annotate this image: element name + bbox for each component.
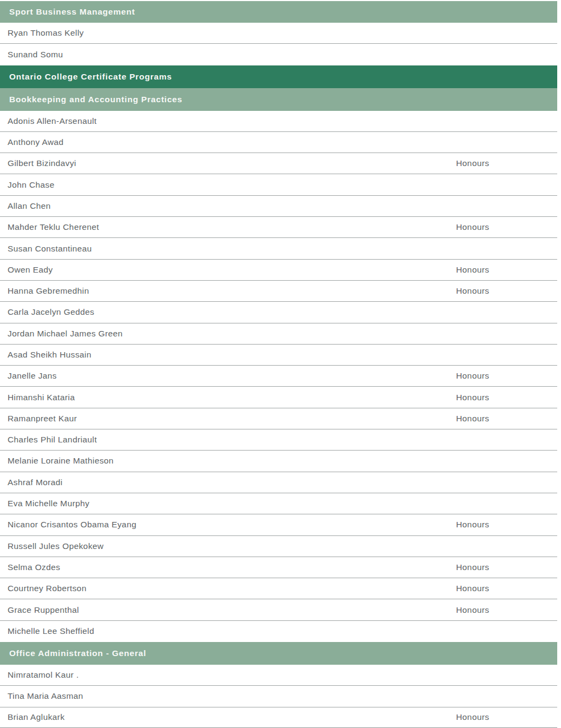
student-row: Mahder Teklu CherenetHonours [0, 217, 557, 238]
student-name: Sunand Somu [0, 50, 456, 59]
program-header: Office Administration - General [0, 642, 557, 665]
student-name: Ramanpreet Kaur [0, 414, 456, 423]
student-row: Janelle JansHonours [0, 366, 557, 387]
student-name: Russell Jules Opekokew [0, 541, 456, 551]
student-row: Allan Chen [0, 196, 557, 217]
student-row: Charles Phil Landriault [0, 429, 557, 451]
student-row: Courtney RobertsonHonours [0, 578, 557, 599]
honours-label: Honours [456, 371, 557, 381]
student-row: Michelle Lee Sheffield [0, 621, 557, 642]
student-row: Carla Jacelyn Geddes [0, 302, 557, 323]
student-name: Michelle Lee Sheffield [0, 626, 456, 636]
student-name: Adonis Allen-Arsenault [0, 116, 456, 126]
student-row: Hanna GebremedhinHonours [0, 281, 557, 302]
student-name: Susan Constantineau [0, 244, 456, 254]
student-row: Ramanpreet KaurHonours [0, 408, 557, 429]
student-row: Selma OzdesHonours [0, 557, 557, 578]
student-name: Owen Eady [0, 265, 456, 275]
student-row: Ashraf Moradi [0, 472, 557, 493]
student-name: John Chase [0, 180, 456, 190]
student-name: Nimratamol Kaur . [0, 670, 456, 680]
student-name: Charles Phil Landriault [0, 435, 456, 445]
student-row: Eva Michelle Murphy [0, 493, 557, 514]
student-name: Courtney Robertson [0, 584, 456, 593]
student-name: Anthony Awad [0, 137, 456, 147]
student-name: Ryan Thomas Kelly [0, 28, 456, 38]
honours-label: Honours [456, 265, 557, 275]
student-row: Himanshi KatariaHonours [0, 387, 557, 408]
student-row: Jordan Michael James Green [0, 323, 557, 345]
student-row: Brian AglukarkHonours [0, 707, 557, 728]
student-name: Hanna Gebremedhin [0, 286, 456, 296]
student-row: Susan Constantineau [0, 238, 557, 259]
student-name: Grace Ruppenthal [0, 605, 456, 615]
honours-label: Honours [456, 222, 557, 232]
student-name: Selma Ozdes [0, 562, 456, 572]
honours-label: Honours [456, 414, 557, 423]
student-row: Asad Sheikh Hussain [0, 345, 557, 366]
student-name: Himanshi Kataria [0, 393, 456, 402]
student-row: Tina Maria Aasman [0, 686, 557, 707]
student-name: Gilbert Bizindavyi [0, 158, 456, 168]
student-row: Nimratamol Kaur . [0, 665, 557, 686]
student-name: Janelle Jans [0, 371, 456, 381]
student-row: Owen EadyHonours [0, 260, 557, 281]
category-header: Ontario College Certificate Programs [0, 65, 557, 88]
student-row: Russell Jules Opekokew [0, 536, 557, 557]
student-row: Grace RuppenthalHonours [0, 599, 557, 620]
program-header: Bookkeeping and Accounting Practices [0, 88, 557, 111]
student-row: Melanie Loraine Mathieson [0, 451, 557, 472]
program-header: Sport Business Management [0, 1, 557, 23]
student-name: Ashraf Moradi [0, 478, 456, 487]
honours-label: Honours [456, 712, 557, 722]
honours-label: Honours [456, 393, 557, 402]
student-name: Carla Jacelyn Geddes [0, 307, 456, 317]
student-row: Ryan Thomas Kelly [0, 23, 557, 44]
student-name: Nicanor Crisantos Obama Eyang [0, 520, 456, 530]
student-row: Nicanor Crisantos Obama EyangHonours [0, 514, 557, 535]
student-name: Eva Michelle Murphy [0, 499, 456, 508]
honours-label: Honours [456, 605, 557, 615]
student-name: Jordan Michael James Green [0, 329, 456, 339]
student-row: Gilbert BizindavyiHonours [0, 153, 557, 174]
student-name: Asad Sheikh Hussain [0, 350, 456, 360]
student-name: Mahder Teklu Cherenet [0, 222, 456, 232]
student-row: Anthony Awad [0, 132, 557, 153]
student-row: Adonis Allen-Arsenault [0, 111, 557, 132]
graduate-list-page: Sport Business ManagementRyan Thomas Kel… [0, 0, 557, 728]
student-name: Brian Aglukark [0, 712, 456, 722]
honours-label: Honours [456, 562, 557, 572]
honours-label: Honours [456, 520, 557, 530]
student-name: Tina Maria Aasman [0, 691, 456, 701]
student-row: Sunand Somu [0, 44, 557, 65]
honours-label: Honours [456, 584, 557, 593]
honours-label: Honours [456, 158, 557, 168]
student-name: Melanie Loraine Mathieson [0, 456, 456, 466]
student-name: Allan Chen [0, 201, 456, 211]
honours-label: Honours [456, 286, 557, 296]
student-row: John Chase [0, 174, 557, 195]
